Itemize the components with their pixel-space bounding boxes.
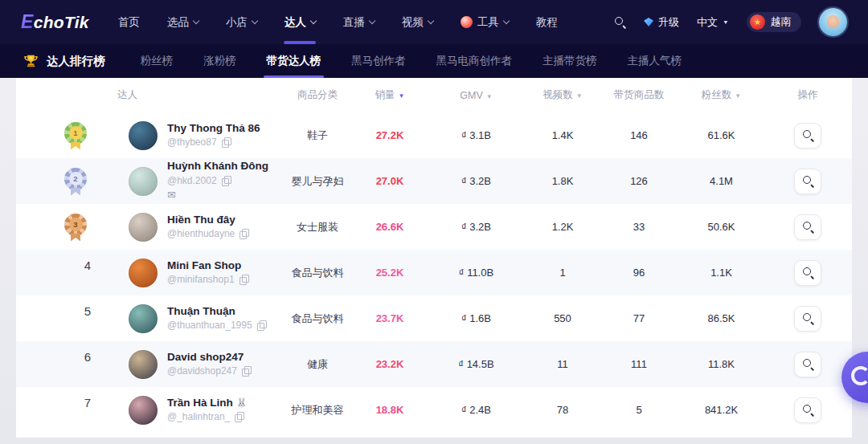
table-row[interactable]: 7 Trần Hà Linh🐰 @_halinhtran_ 护理和美容 18.8… [16, 387, 852, 433]
creator-handle[interactable]: @thybeo87 [167, 136, 217, 149]
header-gmv[interactable]: GMV [426, 90, 526, 101]
chevron-down-icon [369, 18, 375, 24]
sort-icon[interactable] [735, 92, 741, 100]
header-sales[interactable]: 销量 [354, 88, 426, 102]
creator-cell: Trần Hà Linh🐰 @_halinhtran_ [113, 396, 281, 425]
table-body: 1 1 Thy Thong Thả 86 @thybeo87 鞋子 27.2K … [16, 112, 852, 433]
nav-right: 升级 中文 越南 [614, 8, 847, 36]
rank-cell: 6 [16, 350, 113, 379]
view-details-button[interactable] [794, 260, 821, 286]
creator-cell: Mini Fan Shop @minifanshop1 [113, 259, 281, 287]
nav-item-home[interactable]: 首页 [118, 0, 140, 44]
nav-item-tutorial[interactable]: 教程 [536, 0, 558, 44]
creator-handle[interactable]: @_halinhtran_ [167, 411, 230, 423]
sort-icon[interactable] [486, 93, 493, 100]
creator-name[interactable]: David shop247 [167, 351, 244, 365]
creator-avatar[interactable] [129, 396, 158, 425]
view-details-button[interactable] [794, 352, 821, 377]
table-row[interactable]: 6 David shop247 @davidshop247 健康 23.2K ₫… [16, 341, 852, 387]
view-details-button[interactable] [794, 123, 821, 149]
view-details-button[interactable] [794, 306, 821, 332]
gmv-value: ₫ 3.2B [426, 221, 526, 233]
nav-item-creator[interactable]: 达人 [285, 0, 316, 44]
nav-item-shop[interactable]: 小店 [226, 0, 257, 44]
copy-icon[interactable] [222, 176, 231, 186]
app-logo[interactable]: EchoTik [21, 11, 89, 33]
products-value: 77 [599, 312, 679, 324]
rank-medal-icon [60, 304, 84, 333]
tab-streamer-sales-rank[interactable]: 主播带货榜 [542, 44, 597, 78]
copy-icon[interactable] [222, 137, 231, 148]
sales-value: 26.6K [354, 221, 426, 233]
creator-name[interactable]: Trần Hà Linh [167, 397, 233, 410]
sales-value: 23.2K [354, 358, 426, 370]
copy-icon[interactable] [240, 229, 249, 239]
creator-cell: Hiền Thu đây @hienthudayne [113, 213, 281, 242]
nav-item-product-selection[interactable]: 选品 [167, 0, 199, 44]
table-row[interactable]: 5 Thuận Thuận @thuanthuan_1995 食品与饮料 23.… [16, 295, 852, 341]
creator-handle[interactable]: @davidshop247 [167, 365, 237, 377]
videos-value: 78 [526, 404, 599, 416]
nav-item-tools[interactable]: 工具 [461, 0, 509, 44]
region-selector[interactable]: 越南 [747, 12, 801, 32]
tab-fans-rank[interactable]: 粉丝榜 [141, 44, 174, 78]
sort-desc-icon[interactable] [399, 92, 405, 100]
creator-name[interactable]: Hiền Thu đây [167, 214, 235, 227]
upgrade-button[interactable]: 升级 [644, 15, 679, 30]
creator-handle[interactable]: @thuanthuan_1995 [167, 320, 252, 332]
table-row[interactable]: 2 2 Huỳnh Khánh Đông @hkd.2002 婴儿与孕妇 27.… [16, 158, 852, 204]
sort-icon[interactable] [576, 92, 583, 100]
rank-cell: 7 [16, 396, 113, 425]
creator-avatar[interactable] [129, 167, 158, 196]
tab-sales-creator-rank[interactable]: 带货达人榜 [267, 44, 321, 78]
creator-cell: Thy Thong Thả 86 @thybeo87 [113, 121, 281, 150]
header-creator: 达人 [113, 88, 281, 102]
creator-name[interactable]: Thy Thong Thả 86 [167, 122, 260, 136]
creator-name[interactable]: Mini Fan Shop [167, 259, 241, 273]
sales-value: 18.8K [354, 404, 426, 416]
language-selector[interactable]: 中文 [697, 15, 729, 30]
creator-avatar[interactable] [129, 350, 158, 379]
mail-icon[interactable] [167, 189, 272, 202]
upgrade-label: 升级 [658, 15, 679, 30]
table-row[interactable]: 3 3 Hiền Thu đây @hienthudayne 女士服装 26.6… [16, 204, 852, 250]
gmv-value: ₫ 11.0B [426, 267, 526, 279]
copy-icon[interactable] [257, 320, 267, 331]
view-details-button[interactable] [794, 214, 821, 240]
creator-avatar[interactable] [129, 213, 158, 242]
table-row[interactable]: 4 Mini Fan Shop @minifanshop1 食品与饮料 25.2… [16, 250, 852, 295]
rank-cell: 2 2 [16, 167, 113, 196]
tab-dark-horse-creators[interactable]: 黑马创作者 [351, 44, 406, 78]
sales-value: 27.2K [354, 129, 426, 141]
table-row[interactable]: 1 1 Thy Thong Thả 86 @thybeo87 鞋子 27.2K … [16, 112, 852, 158]
creator-name[interactable]: Huỳnh Khánh Đông [167, 160, 268, 173]
creator-name[interactable]: Thuận Thuận [167, 305, 235, 319]
tab-follower-growth-rank[interactable]: 涨粉榜 [203, 44, 236, 78]
fans-value: 61.6K [679, 129, 764, 141]
table-header-row: 达人 商品分类 销量 GMV 视频数 带货商品数 粉丝数 操作 [16, 78, 852, 112]
nav-item-live[interactable]: 直播 [343, 0, 375, 44]
copy-icon[interactable] [240, 275, 249, 285]
videos-value: 1.2K [526, 221, 599, 233]
creator-handle[interactable]: @minifanshop1 [167, 274, 235, 286]
creator-avatar[interactable] [129, 121, 158, 150]
creator-handle[interactable]: @hkd.2002 [167, 175, 217, 187]
creator-avatar[interactable] [129, 304, 158, 333]
nav-item-video[interactable]: 视频 [402, 0, 433, 44]
header-fans[interactable]: 粉丝数 [679, 88, 764, 102]
copy-icon[interactable] [235, 412, 244, 422]
view-details-button[interactable] [794, 169, 821, 194]
tab-streamer-popularity-rank[interactable]: 主播人气榜 [628, 44, 682, 78]
view-details-button[interactable] [794, 397, 821, 423]
creator-handle[interactable]: @hienthudayne [167, 228, 235, 240]
creator-avatar[interactable] [129, 259, 158, 287]
tab-dark-horse-ecommerce-creators[interactable]: 黑马电商创作者 [436, 44, 513, 78]
creator-name-emoji: 🐰 [236, 397, 248, 409]
sales-value: 27.0K [354, 175, 426, 187]
search-icon[interactable] [614, 16, 626, 28]
copy-icon[interactable] [242, 366, 252, 377]
profile-avatar[interactable] [819, 8, 847, 36]
header-videos[interactable]: 视频数 [526, 88, 599, 102]
rank-cell: 4 [16, 259, 113, 287]
sales-value: 25.2K [354, 267, 426, 279]
